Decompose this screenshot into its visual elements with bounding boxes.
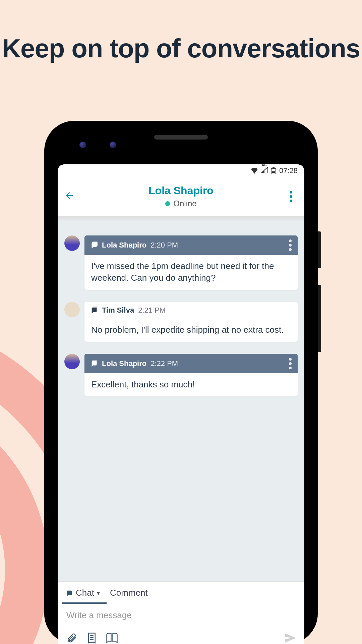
chevron-down-icon: ▾: [97, 589, 100, 597]
phone-side-button: [318, 231, 321, 268]
message-card[interactable]: Lola Shapiro 2:20 PM I've missed the 1pm…: [84, 235, 298, 290]
avatar[interactable]: [64, 302, 80, 317]
avatar[interactable]: [64, 354, 80, 369]
chat-icon: [90, 307, 98, 314]
book-button[interactable]: [106, 632, 118, 644]
network-label: 4G: [262, 164, 267, 167]
clock: 07:28: [279, 166, 298, 175]
message-menu-button[interactable]: [289, 358, 292, 369]
message-sender: Tim Silva: [102, 306, 134, 315]
svg-rect-5: [273, 167, 275, 169]
signal-icon: [261, 167, 268, 173]
message-body: No problem, I'll expedite shipping at no…: [84, 319, 298, 342]
message-time: 2:22 PM: [150, 359, 178, 368]
message-sender: Lola Shapiro: [102, 241, 146, 250]
attachment-button[interactable]: [66, 632, 78, 644]
message-body: Excellent, thanks so much!: [84, 373, 298, 396]
chat-header: Lola Shapiro Online: [58, 177, 304, 217]
message-sender: Lola Shapiro: [102, 359, 146, 368]
message-card[interactable]: Lola Shapiro 2:22 PM Excellent, thanks s…: [84, 354, 298, 396]
phone-speaker: [154, 135, 208, 140]
camera-dot: [79, 142, 86, 148]
svg-point-1: [0, 409, 27, 644]
compose-input[interactable]: Write a message: [58, 603, 304, 627]
message-time: 2:20 PM: [150, 241, 178, 250]
tab-comment[interactable]: Comment: [110, 588, 148, 603]
battery-icon: [271, 167, 276, 174]
header-menu-button[interactable]: [284, 191, 298, 202]
screen: 4G 07:28 Lola Shapiro Online: [58, 164, 304, 644]
promo-headline: Keep on top of conversations: [0, 0, 362, 64]
contact-name: Lola Shapiro: [78, 184, 284, 197]
tab-chat-label: Chat: [76, 588, 94, 598]
status-bar: 4G 07:28: [58, 164, 304, 177]
input-area: Chat ▾ Comment Write a message: [58, 581, 304, 644]
message-menu-button[interactable]: [289, 239, 292, 251]
svg-rect-6: [272, 171, 275, 173]
status-text: Online: [173, 199, 196, 208]
avatar[interactable]: [64, 235, 80, 251]
tab-chat[interactable]: Chat ▾: [66, 588, 100, 603]
message-row: Lola Shapiro 2:20 PM I've missed the 1pm…: [64, 235, 298, 290]
phone-side-button: [318, 285, 321, 352]
divider: [58, 217, 304, 221]
camera-dot: [110, 142, 116, 148]
message-body: I've missed the 1pm deadline but need it…: [84, 255, 298, 290]
messages-list: Lola Shapiro 2:20 PM I've missed the 1pm…: [58, 221, 304, 581]
message-row: Tim Silva 2:21 PM No problem, I'll exped…: [64, 302, 298, 342]
send-button[interactable]: [284, 632, 296, 644]
wifi-icon: [251, 168, 258, 174]
message-card[interactable]: Tim Silva 2:21 PM No problem, I'll exped…: [84, 302, 298, 342]
chat-icon: [66, 589, 73, 597]
message-time: 2:21 PM: [138, 306, 166, 315]
receipt-button[interactable]: [86, 632, 98, 644]
online-indicator: [165, 201, 170, 206]
back-button[interactable]: [64, 190, 78, 204]
chat-icon: [90, 360, 98, 367]
chat-icon: [90, 241, 98, 249]
message-row: Lola Shapiro 2:22 PM Excellent, thanks s…: [64, 354, 298, 396]
phone-frame: 4G 07:28 Lola Shapiro Online: [44, 121, 318, 644]
tab-comment-label: Comment: [110, 588, 148, 598]
